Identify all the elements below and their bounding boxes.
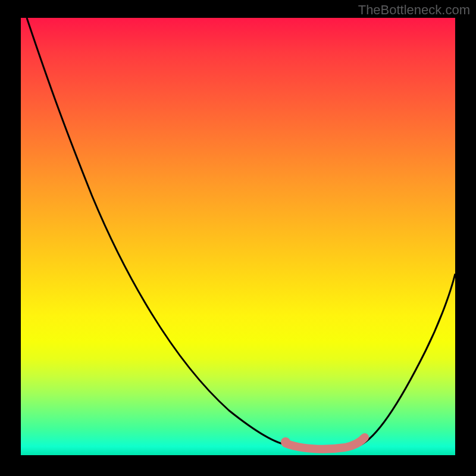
watermark-text: TheBottleneck.com bbox=[358, 2, 470, 18]
curve-highlight bbox=[286, 437, 365, 449]
curve-highlight-dot bbox=[281, 437, 290, 447]
chart-plot-area bbox=[21, 18, 455, 455]
curve-line bbox=[27, 18, 455, 450]
bottleneck-curve bbox=[21, 18, 455, 455]
